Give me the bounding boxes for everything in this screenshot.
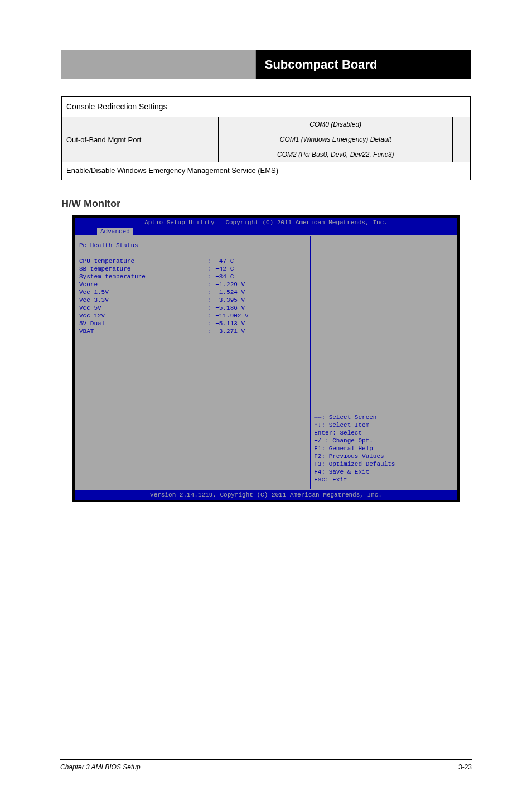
bios-row-key: Vcc 1.5V (79, 289, 109, 296)
bios-row-val: : +11.902 V (208, 312, 249, 319)
help-line: F3: Optimized Defaults (314, 460, 454, 468)
help-line: +/-: Change Opt. (314, 437, 454, 445)
setting-option: COM1 (Windows Emergency) Default (219, 132, 453, 147)
setting-label: Out-of-Band Mgmt Port (62, 117, 219, 162)
setting-option: COM2 (Pci Bus0, Dev0, Dev22, Func3) (219, 147, 453, 162)
bios-section-title: Pc Health Status (79, 242, 138, 249)
bios-row-key: VBAT (79, 328, 94, 335)
help-line: ↑↓: Select Item (314, 421, 454, 429)
document-header: Subcompact Board (61, 50, 471, 79)
console-settings-table: Console Redirection Settings Out-of-Band… (61, 96, 471, 180)
bios-row-val: : +42 C (208, 266, 234, 272)
bios-help-panel: →←: Select Screen ↑↓: Select Item Enter:… (311, 236, 457, 489)
help-line: F4: Save & Exit (314, 468, 454, 476)
setting-option: COM0 (Disabled) (219, 117, 453, 132)
bios-row-val: : +5.186 V (208, 305, 245, 311)
bios-row-key: System temperature (79, 273, 146, 280)
header-category: Subcompact Board (256, 50, 471, 79)
page-footer: Chapter 3 AMI BIOS Setup 3-23 (60, 759, 472, 771)
bios-body: Pc Health Status CPU temperature : +47 C… (75, 236, 457, 489)
bios-tabs: Advanced (75, 228, 457, 235)
setting-description: Enable/Disable Windows Emergency Managem… (62, 162, 471, 180)
bios-tab-advanced[interactable]: Advanced (97, 228, 133, 235)
bios-row-key: Vcc 5V (79, 305, 101, 311)
bios-row-key: Vcc 3.3V (79, 297, 109, 303)
bios-row-val: : +1.524 V (208, 289, 245, 296)
bios-row-key: CPU temperature (79, 258, 134, 264)
bios-row-val: : +5.113 V (208, 320, 245, 327)
bios-row-val: : +3.271 V (208, 328, 245, 335)
bios-row-key: Vcc 12V (79, 312, 105, 319)
table-row: Enable/Disable Windows Emergency Managem… (62, 162, 471, 180)
bios-titlebar: Aptio Setup Utility – Copyright (C) 2011… (75, 218, 457, 228)
table-header-row: Console Redirection Settings (62, 97, 471, 117)
bios-row-val: : +34 C (208, 273, 234, 280)
bios-row-key: 5V Dual (79, 320, 105, 327)
bios-row-val: : +3.395 V (208, 297, 245, 303)
bios-row-key: Vcore (79, 281, 98, 288)
bios-row-val: : +47 C (208, 258, 234, 264)
table-title: Console Redirection Settings (62, 97, 471, 117)
bios-row-val: : +1.229 V (208, 281, 245, 288)
bios-screenshot: Aptio Setup Utility – Copyright (C) 2011… (72, 215, 460, 502)
help-line: F1: General Help (314, 445, 454, 452)
footer-page-number: 3-23 (458, 763, 472, 771)
bios-left-panel: Pc Health Status CPU temperature : +47 C… (75, 236, 311, 489)
bios-footer: Version 2.14.1219. Copyright (C) 2011 Am… (75, 490, 457, 500)
desc-text: Windows Emergency Management Service (EM… (117, 166, 278, 175)
header-model-placeholder (61, 50, 256, 79)
help-line: →←: Select Screen (314, 413, 454, 421)
desc-label: Enable/Disable (66, 166, 115, 175)
help-line: ESC: Exit (314, 476, 454, 484)
section-heading-hwmonitor: H/W Monitor (61, 198, 471, 210)
bios-row-key: SB temperature (79, 266, 130, 272)
spacer (314, 242, 454, 413)
setting-empty (453, 117, 471, 162)
header-category-text: Subcompact Board (265, 57, 378, 72)
help-line: F2: Previous Values (314, 452, 454, 460)
help-line: Enter: Select (314, 429, 454, 437)
footer-chapter: Chapter 3 AMI BIOS Setup (60, 763, 141, 771)
table-row: Out-of-Band Mgmt Port COM0 (Disabled) (62, 117, 471, 132)
